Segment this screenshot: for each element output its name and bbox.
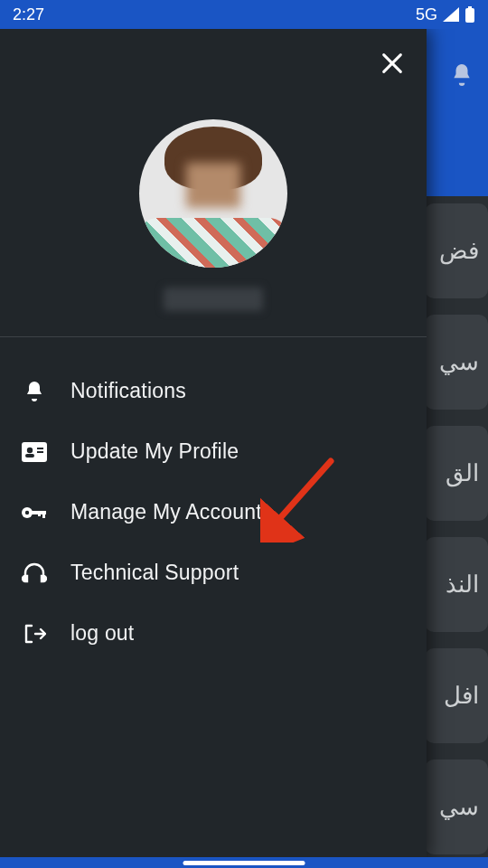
close-icon[interactable] [380, 51, 405, 80]
svg-rect-13 [38, 511, 41, 516]
menu-label: Notifications [70, 379, 186, 403]
status-right: 5G [416, 5, 475, 24]
menu-manage-account[interactable]: Manage My Account [0, 482, 427, 542]
bg-card[interactable]: سي [425, 760, 488, 854]
bell-icon[interactable] [450, 61, 474, 92]
background-cards: فض سي الق النذ افل سي [425, 203, 488, 859]
menu-label: Update My Profile [70, 439, 239, 464]
clock: 2:27 [13, 5, 44, 24]
svg-point-5 [27, 447, 33, 452]
menu-label: Manage My Account [70, 500, 262, 524]
menu-label: log out [70, 621, 134, 646]
svg-point-10 [25, 510, 29, 514]
menu-notifications[interactable]: Notifications [0, 361, 427, 421]
home-indicator[interactable] [183, 861, 305, 865]
bg-card[interactable]: النذ [425, 537, 488, 632]
side-drawer: Notifications Update My Profile Manage M… [0, 29, 427, 859]
network-label: 5G [416, 5, 437, 24]
avatar[interactable] [139, 119, 287, 268]
battery-icon [465, 6, 475, 23]
svg-rect-7 [37, 448, 43, 449]
signal-icon [443, 7, 459, 22]
bg-card[interactable]: سي [425, 315, 488, 410]
key-icon [20, 505, 49, 521]
svg-rect-1 [465, 8, 474, 23]
bg-card[interactable]: افل [425, 648, 488, 743]
svg-rect-6 [25, 454, 34, 458]
logout-icon [20, 623, 49, 645]
svg-rect-12 [42, 511, 45, 518]
username-label [164, 288, 263, 311]
bell-icon [20, 380, 49, 403]
bg-card[interactable]: الق [425, 426, 488, 521]
menu-label: Technical Support [70, 561, 239, 585]
drawer-menu: Notifications Update My Profile Manage M… [0, 337, 427, 687]
status-bar: 2:27 5G [0, 0, 488, 29]
headset-icon [20, 561, 49, 585]
id-card-icon [20, 442, 49, 462]
bg-card[interactable]: فض [425, 203, 488, 298]
svg-rect-8 [37, 451, 43, 453]
menu-update-profile[interactable]: Update My Profile [0, 421, 427, 482]
menu-technical-support[interactable]: Technical Support [0, 542, 427, 603]
svg-rect-0 [468, 6, 472, 8]
profile-section [0, 29, 427, 336]
menu-logout[interactable]: log out [0, 603, 427, 664]
